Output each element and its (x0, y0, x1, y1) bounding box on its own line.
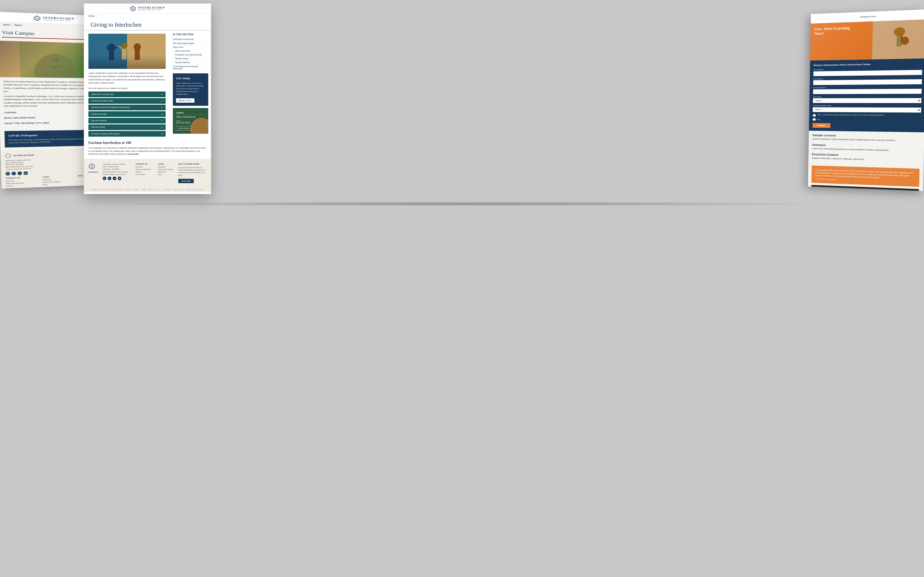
center-logo-icon (130, 5, 136, 11)
center-sidebar: IN THIS SECTION Interlochen Annual Fund … (170, 31, 211, 141)
send-email-button[interactable]: SEND EMAIL (176, 126, 192, 131)
left-footer-col-contact: Contact Us Directory Maps and Directions… (6, 176, 37, 189)
request-info-form: Request Information About Interlochen On… (809, 58, 924, 132)
svg-rect-17 (135, 49, 140, 60)
accordion-endowment-header[interactable]: Endowment Gifts ∨ (88, 111, 165, 117)
accordion-gift-options-header[interactable]: To Make or Explore Gift Options ∨ (88, 131, 165, 137)
contact-heading: Contact (176, 111, 205, 115)
give-heading: GIVE TO INTERLOCHEN (178, 163, 207, 165)
maps-link[interactable]: MAPS AND DIRECTIONS (4, 116, 36, 119)
title-ix-link[interactable]: Title IX (179, 189, 184, 190)
first-name-field[interactable] (813, 70, 922, 76)
giving-hero-svg (88, 34, 165, 69)
learn-more-link[interactable]: LEARN MORE (127, 153, 139, 155)
francais-link[interactable]: Français (133, 189, 139, 190)
in-this-section-heading: IN THIS SECTION (173, 33, 208, 36)
right-hero-text: rces. Start Learning Now! (814, 26, 856, 36)
accordion-special-initiatives: Special Initiatives ∨ (88, 118, 165, 124)
give-today-text: Make a difference in the life of a young… (176, 82, 205, 96)
svg-point-16 (134, 44, 141, 50)
named-scholarships-label: Named Annual and Endowed Scholarships (91, 106, 130, 109)
accordion-annual-fund-header[interactable]: Interlochen Annual Fund ∨ (88, 92, 165, 97)
instagram-icon[interactable]: 📷 (103, 177, 106, 180)
svg-rect-30 (825, 189, 904, 191)
center-footer-col-login: Login Webcasts Stories and Features News… (158, 163, 173, 176)
chevron-down-icon: ∨ (162, 106, 163, 109)
center-content: A gift to Interlochen is more than a don… (84, 31, 170, 141)
espanol-link[interactable]: Español (126, 189, 131, 190)
svg-rect-11 (127, 34, 166, 69)
give-now-button[interactable]: GIVE NOW (178, 179, 194, 183)
svg-rect-13 (109, 50, 114, 60)
chevron-down-icon: ∨ (162, 126, 163, 129)
make-gift-button[interactable]: MAKE A GIFT (176, 98, 194, 103)
give-today-title: Give Today (176, 77, 205, 80)
twitter-icon[interactable]: 𝕏 (108, 177, 111, 180)
accordion-public-radio-header[interactable]: Interlochen Public Radio ∨ (88, 98, 165, 104)
email-field[interactable] (813, 89, 922, 94)
accordion-annual-fund: Interlochen Annual Fund ∨ (88, 92, 165, 97)
submit-button[interactable]: SUBMIT (813, 123, 830, 128)
form-last-name-row: Last Name (813, 77, 922, 85)
twitter-icon[interactable]: 𝕏 (11, 171, 16, 175)
svg-rect-31 (877, 190, 904, 191)
center-footer-col-contact: Contact Us Directory Maps and Directions… (136, 163, 151, 176)
privacy-link[interactable]: Privacy (156, 189, 161, 190)
accessibility-link[interactable]: Accessibility (163, 189, 171, 190)
center-footer-logo: Interlochen (88, 163, 98, 173)
list-item: Annual Reports and Financial Statements (173, 64, 208, 71)
accordion-endowment: Endowment Gifts ∨ (88, 111, 165, 117)
stories-features-link[interactable]: Stories and Features (158, 168, 173, 171)
sample-lessons-text: and the Interlochen Online experience wi… (813, 138, 921, 142)
accordion-planned-giving: Planned Giving ∨ (88, 124, 165, 130)
consent-radio[interactable] (813, 114, 816, 117)
youtube-icon[interactable]: ▶ (23, 171, 28, 175)
form-first-name-row: First Name (813, 67, 922, 76)
footer-logo-icon (5, 153, 11, 158)
office-of-philanthropy: Office of Philanthropy (176, 116, 205, 118)
giving-intro: A gift to Interlochen is more than a don… (88, 72, 165, 90)
center-breadcrumb: Home / (84, 13, 211, 19)
left-footer-col-login: Login Webcasts Stories and Features Shop (42, 175, 73, 189)
contact-phone: 231.276.7623 (176, 121, 205, 124)
arts-area-select[interactable]: Select (813, 98, 922, 103)
website-help-link[interactable]: Website Help and Feedback (186, 189, 204, 190)
form-arts-area-row: Arts Area Select (813, 96, 922, 103)
yes-radio[interactable] (813, 118, 816, 121)
giving-ways-text: Here are ways you can support our missio… (88, 87, 165, 90)
gifts-securities-link[interactable]: Gifts of Securities (175, 50, 190, 52)
left-logo: Interlochen CENTER FOR THE ARTS (33, 15, 74, 23)
legal-link[interactable]: Legal (173, 189, 177, 190)
list-item: Special Initiatives (173, 61, 208, 64)
last-name-field[interactable] (813, 79, 922, 85)
facebook-icon[interactable]: f (113, 177, 116, 180)
korean-link[interactable]: 한국어 (148, 189, 153, 190)
accordion-special-initiatives-header[interactable]: Special Initiatives ∨ (88, 118, 165, 124)
seminars-section: Seminars s from Tony Award winning perfo… (812, 143, 920, 152)
dark-section-image (814, 188, 915, 191)
grade-select[interactable]: Select (813, 107, 921, 113)
instagram-icon[interactable]: 📷 (6, 172, 10, 176)
in-this-section: IN THIS SECTION Interlochen Annual Fund … (173, 33, 208, 71)
accordion-named-scholarships-header[interactable]: Named Annual and Endowed Scholarships ∨ (88, 105, 165, 110)
sample-lessons-section: Sample Lessons and the Interlochen Onlin… (813, 134, 921, 142)
center-logo: Interlochen CENTER FOR THE ARTS (130, 5, 165, 11)
lodging-link[interactable]: LODGING (4, 111, 17, 114)
accordion-planned-giving-header[interactable]: Planned Giving ∨ (88, 124, 165, 130)
chevron-down-icon: ∨ (162, 119, 163, 122)
right-hero: rces. Start Learning Now! (810, 19, 924, 61)
list-item: Planned Giving (173, 57, 208, 61)
giving-hero-image (88, 34, 165, 69)
list-item: Recognition and Memorial Gifts (173, 53, 208, 57)
chevron-down-icon: ∨ (162, 93, 163, 96)
youtube-icon[interactable]: ▶ (118, 177, 121, 180)
center-logo-text: Interlochen CENTER FOR THE ARTS (138, 6, 165, 11)
list-item: How to Give (173, 45, 208, 49)
right-panel: navigation area rces. Start Learning Now… (808, 10, 924, 191)
japanese-link[interactable]: 日本語 (141, 189, 145, 190)
facebook-icon[interactable]: f (18, 171, 22, 175)
center-main: A gift to Interlochen is more than a don… (84, 31, 211, 141)
traverse-link[interactable]: ABOUT THE TRAVERSE CITY AREA (4, 122, 50, 125)
right-hero-image (872, 19, 924, 60)
give-text: Your gift to Interlochen helps us create… (178, 166, 207, 176)
